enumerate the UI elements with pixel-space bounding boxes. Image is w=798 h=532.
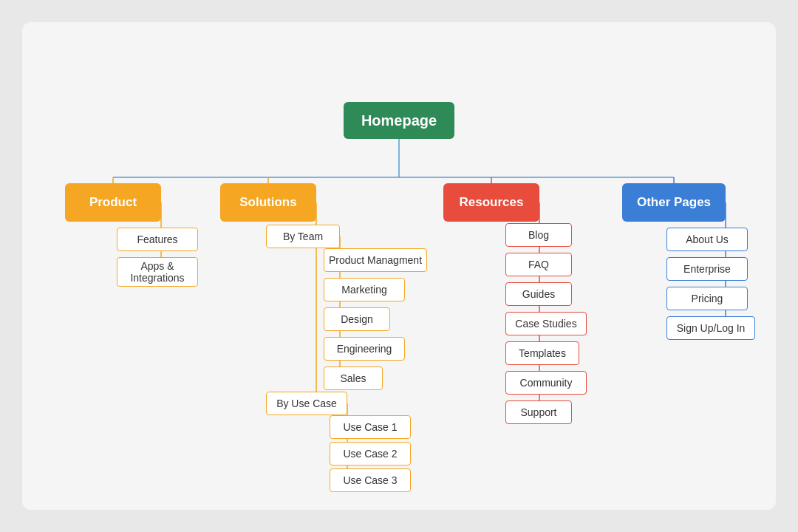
aboutus-node[interactable]: About Us [666,228,748,251]
pricing-node[interactable]: Pricing [666,287,748,310]
blog-node[interactable]: Blog [505,223,572,247]
usecase2-node[interactable]: Use Case 2 [330,442,411,466]
guides-label: Guides [522,288,555,300]
support-node[interactable]: Support [505,400,572,424]
pricing-label: Pricing [692,293,723,304]
design-label: Design [341,313,373,325]
features-node[interactable]: Features [117,228,198,251]
community-node[interactable]: Community [505,371,587,395]
casestudies-label: Case Studies [515,318,576,330]
guides-node[interactable]: Guides [505,282,572,306]
templates-label: Templates [519,347,566,359]
marketing-label: Marketing [341,284,386,296]
product-node[interactable]: Product [65,183,161,222]
engineering-label: Engineering [337,343,392,355]
apps-node[interactable]: Apps & Integrations [117,257,198,287]
sitemap-card: Homepage Product Features Apps & Integra… [22,22,776,510]
marketing-node[interactable]: Marketing [324,278,405,301]
usecase3-node[interactable]: Use Case 3 [330,468,411,492]
enterprise-node[interactable]: Enterprise [666,257,748,281]
sales-node[interactable]: Sales [324,366,383,390]
byusecase-label: By Use Case [276,398,337,409]
solutions-node[interactable]: Solutions [220,183,316,222]
aboutus-label: About Us [686,233,729,245]
faq-node[interactable]: FAQ [505,253,572,276]
byteam-node[interactable]: By Team [266,225,340,248]
usecase3-label: Use Case 3 [343,474,397,486]
solutions-label: Solutions [239,195,296,210]
sales-label: Sales [340,372,366,384]
byteam-label: By Team [283,231,323,242]
community-label: Community [520,377,573,389]
design-node[interactable]: Design [324,307,390,331]
apps-label: Apps & Integrations [117,260,197,284]
prodmgmt-node[interactable]: Product Managment [324,248,427,272]
faq-label: FAQ [528,259,549,270]
blog-label: Blog [528,229,549,241]
signup-label: Sign Up/Log In [677,322,746,334]
otherpages-node[interactable]: Other Pages [622,183,726,222]
usecase2-label: Use Case 2 [343,448,397,460]
resources-node[interactable]: Resources [443,183,539,222]
byusecase-node[interactable]: By Use Case [266,392,347,415]
usecase1-label: Use Case 1 [343,421,397,433]
templates-node[interactable]: Templates [505,341,579,365]
otherpages-label: Other Pages [637,195,711,210]
product-label: Product [89,195,137,210]
homepage-node[interactable]: Homepage [344,102,454,139]
resources-label: Resources [460,195,524,210]
features-label: Features [137,233,177,245]
homepage-label: Homepage [361,112,437,129]
casestudies-node[interactable]: Case Studies [505,312,587,335]
enterprise-label: Enterprise [683,263,731,275]
engineering-node[interactable]: Engineering [324,337,405,361]
support-label: Support [520,406,556,418]
signup-node[interactable]: Sign Up/Log In [666,316,755,340]
prodmgmt-label: Product Managment [329,254,422,266]
usecase1-node[interactable]: Use Case 1 [330,415,411,439]
